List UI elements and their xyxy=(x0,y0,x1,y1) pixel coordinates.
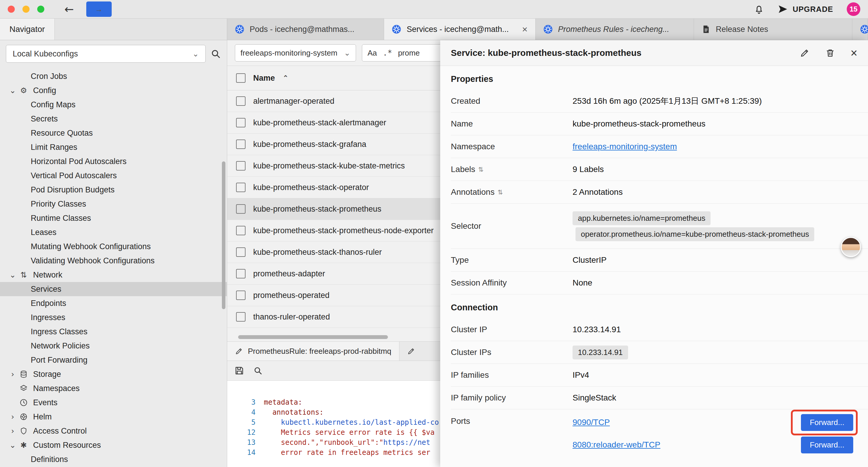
port-link-8080-reloader-web[interactable]: 8080:reloader-web/TCP xyxy=(572,440,660,449)
sidebar-item-events[interactable]: Events xyxy=(0,396,227,410)
trash-icon[interactable] xyxy=(825,48,835,58)
row-checkbox[interactable] xyxy=(236,247,246,257)
sidebar-item-horizontal-pod-autoscalers[interactable]: Horizontal Pod Autoscalers xyxy=(0,154,227,169)
maximize-window-button[interactable] xyxy=(37,6,44,13)
sidebar-scrollbar[interactable] xyxy=(222,162,225,309)
sort-toggle-icon[interactable]: ⇅ xyxy=(478,166,484,173)
chevron-right-icon: › xyxy=(8,370,18,379)
search-icon[interactable] xyxy=(210,49,221,59)
sidebar-item-config-maps[interactable]: Config Maps xyxy=(0,97,227,112)
row-checkbox[interactable] xyxy=(236,312,246,322)
sidebar-item-network[interactable]: ⌄ ⇅ Network xyxy=(0,268,227,282)
tab-navigator[interactable]: Navigator xyxy=(0,19,55,40)
sidebar-item-namespaces[interactable]: Namespaces xyxy=(0,381,227,396)
connection-row-cluster-ip: Cluster IP 10.233.14.91 xyxy=(451,318,868,341)
back-icon[interactable]: ← xyxy=(64,4,74,15)
close-window-button[interactable] xyxy=(8,6,15,13)
regex-toggle[interactable]: .* xyxy=(383,49,392,57)
sidebar-item-endpoints[interactable]: Endpoints xyxy=(0,296,227,310)
row-checkbox[interactable] xyxy=(236,161,246,171)
tab-release-notes[interactable]: Release Notes xyxy=(694,19,852,40)
sidebar-item-definitions[interactable]: Definitions xyxy=(0,452,227,466)
select-all-checkbox[interactable] xyxy=(236,73,246,83)
upgrade-button[interactable]: UPGRADE xyxy=(778,4,833,14)
close-tab-icon[interactable]: × xyxy=(522,25,528,34)
dock-tab-partial[interactable] xyxy=(399,342,442,360)
chevron-right-icon: › xyxy=(8,412,18,421)
sort-toggle-icon[interactable]: ⇅ xyxy=(498,188,503,196)
namespace-selector[interactable]: freeleaps-monitoring-system ⌄ xyxy=(235,44,356,61)
pencil-icon xyxy=(407,347,415,355)
sidebar-item-helm[interactable]: › Helm xyxy=(0,410,227,424)
chevron-down-icon: ⌄ xyxy=(344,49,350,57)
tab-pods[interactable]: Pods - icecheng@mathmas... xyxy=(227,19,384,40)
sidebar-item-access-control[interactable]: › Access Control xyxy=(0,424,227,438)
search-icon[interactable] xyxy=(253,366,262,375)
section-properties: Properties xyxy=(451,66,868,90)
property-row-created: Created 253d 16h 6m ago (2025年1月13日 GMT+… xyxy=(451,90,868,113)
sidebar-item-resource-quotas[interactable]: Resource Quotas xyxy=(0,126,227,140)
sidebar-item-network-policies[interactable]: Network Policies xyxy=(0,339,227,353)
horizontal-scrollbar-thumb[interactable] xyxy=(238,335,388,339)
row-checkbox[interactable] xyxy=(236,140,246,149)
editor-tabs: Pods - icecheng@mathmas... Services - ic… xyxy=(227,19,868,40)
ip-family-policy-value: SingleStack xyxy=(572,393,868,403)
sidebar-item-services[interactable]: Services xyxy=(0,282,227,296)
edit-icon[interactable] xyxy=(800,48,810,58)
sidebar-item-priority-classes[interactable]: Priority Classes xyxy=(0,197,227,211)
name-column-header[interactable]: Name xyxy=(253,74,275,83)
notification-count-badge[interactable]: 15 xyxy=(847,2,860,16)
sidebar-item-validating-webhook-configurations[interactable]: Validating Webhook Configurations xyxy=(0,254,227,268)
tab-prometheus-rules[interactable]: Prometheus Rules - icecheng... xyxy=(536,19,694,40)
tab-services[interactable]: Services - icecheng@math... × xyxy=(384,19,535,40)
sidebar-item-leases[interactable]: Leases xyxy=(0,225,227,239)
sidebar-item-limit-ranges[interactable]: Limit Ranges xyxy=(0,140,227,154)
forward-button-9090[interactable]: Forward... xyxy=(801,414,853,431)
selector-chip: operator.prometheus.io/name=kube-prometh… xyxy=(576,227,814,241)
document-icon xyxy=(702,25,711,34)
sidebar-item-custom-resources[interactable]: ⌄ ✱ Custom Resources xyxy=(0,438,227,452)
tab-argo[interactable]: Argo S xyxy=(852,19,868,40)
dock-tab-prometheusrule[interactable]: PrometheusRule: freeleaps-prod-rabbitmq xyxy=(227,342,399,360)
kubeconfig-selector[interactable]: Local Kubeconfigs ⌄ xyxy=(6,45,206,63)
close-icon[interactable]: × xyxy=(850,47,857,59)
row-checkbox[interactable] xyxy=(236,291,246,300)
row-checkbox[interactable] xyxy=(236,204,246,214)
network-icon: ⇅ xyxy=(18,270,30,279)
row-checkbox[interactable] xyxy=(236,226,246,235)
namespace-selector-value: freeleaps-monitoring-system xyxy=(241,49,337,58)
save-icon[interactable] xyxy=(234,366,244,376)
user-avatar[interactable] xyxy=(841,237,861,257)
helm-icon xyxy=(18,413,30,421)
namespace-link[interactable]: freeleaps-monitoring-system xyxy=(572,142,677,151)
sidebar-item-secrets[interactable]: Secrets xyxy=(0,112,227,126)
sidebar-item-pod-disruption-budgets[interactable]: Pod Disruption Budgets xyxy=(0,183,227,197)
port-link-9090[interactable]: 9090/TCP xyxy=(572,418,610,427)
sidebar-item-config[interactable]: ⌄ ⚙ Config xyxy=(0,83,227,97)
sidebar-item-cron-jobs[interactable]: Cron Jobs xyxy=(0,69,227,83)
navigator-header: Navigator xyxy=(0,19,227,40)
sidebar-item-ingress-classes[interactable]: Ingress Classes xyxy=(0,324,227,339)
sidebar-item-port-forwarding[interactable]: Port Forwarding xyxy=(0,353,227,367)
row-checkbox[interactable] xyxy=(236,183,246,192)
annotations-value: 2 Annotations xyxy=(572,187,868,197)
drawer-header: Service: kube-prometheus-stack-prometheu… xyxy=(440,40,868,66)
bell-icon[interactable] xyxy=(754,4,764,14)
match-case-toggle[interactable]: Aa xyxy=(368,49,377,58)
upgrade-label: UPGRADE xyxy=(793,5,833,14)
minimize-window-button[interactable] xyxy=(23,6,30,13)
cluster-ips-chip: 10.233.14.91 xyxy=(572,346,628,359)
connection-row-cluster-ips: Cluster IPs 10.233.14.91 xyxy=(451,341,868,364)
sidebar-item-vertical-pod-autoscalers[interactable]: Vertical Pod Autoscalers xyxy=(0,169,227,183)
row-checkbox[interactable] xyxy=(236,118,246,127)
row-checkbox[interactable] xyxy=(236,269,246,279)
connection-row-ip-families: IP families IPv4 xyxy=(451,364,868,387)
forward-button-8080[interactable]: Forward... xyxy=(801,437,853,454)
row-checkbox[interactable] xyxy=(236,96,246,106)
sidebar-item-runtime-classes[interactable]: Runtime Classes xyxy=(0,211,227,225)
kubernetes-icon xyxy=(235,25,244,34)
sidebar-item-mutating-webhook-configurations[interactable]: Mutating Webhook Configurations xyxy=(0,239,227,254)
forward-icon[interactable]: → xyxy=(86,1,112,17)
sidebar-item-ingresses[interactable]: Ingresses xyxy=(0,310,227,324)
sidebar-item-storage[interactable]: › Storage xyxy=(0,367,227,381)
